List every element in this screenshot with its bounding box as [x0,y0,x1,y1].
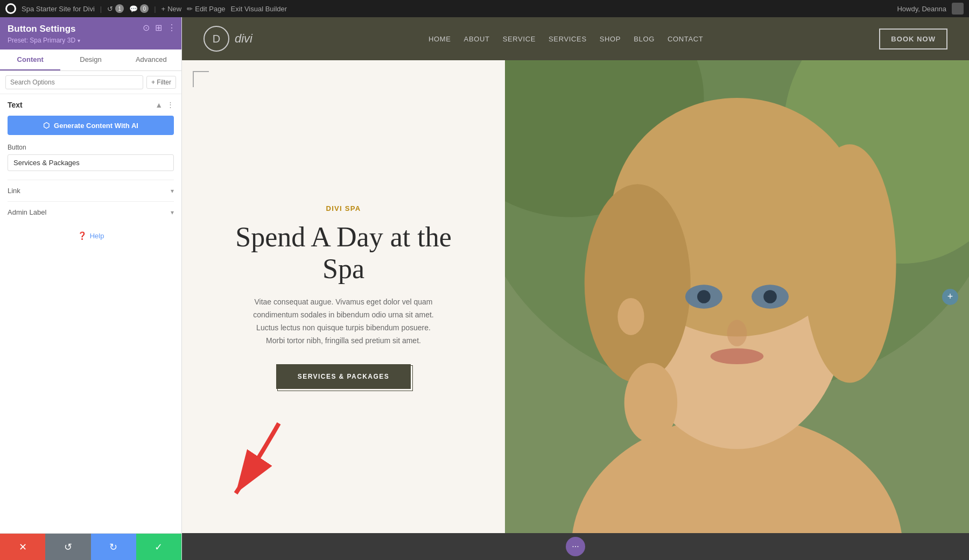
svg-point-16 [624,363,678,443]
hero-right: + [505,60,969,533]
text-section-more-icon[interactable]: ⋮ [167,101,174,109]
hero-left: DIVI SPA Spend A Day at the Spa Vitae co… [182,60,505,533]
howdy-text: Howdy, Deanna [897,5,946,13]
nav-blog[interactable]: BLOG [634,35,655,43]
nav-services[interactable]: SERVICES [549,35,587,43]
hero-image-svg [505,60,969,533]
svg-point-7 [585,184,691,382]
hero-cta-button[interactable]: SERVICES & PACKAGES [276,364,411,389]
save-button[interactable]: ✓ [136,534,181,560]
site-nav: D divi HOME ABOUT SERVICE SERVICES SHOP … [182,17,969,60]
redo-icon: ↻ [109,541,117,553]
panel-preset[interactable]: Preset: Spa Primary 3D ▾ [8,37,174,44]
filter-button[interactable]: + Filter [146,76,176,89]
edit-page-button[interactable]: ✏ Edit Page [187,5,225,13]
svg-point-12 [697,290,711,303]
cancel-button[interactable]: ✕ [0,534,45,560]
help-label: Help [90,232,104,240]
panel-header-icons: ⊙ ⊞ ⋮ [143,23,176,33]
svg-point-14 [727,320,747,346]
generate-ai-button[interactable]: ⬡ Generate Content With AI [8,116,174,135]
wordpress-logo[interactable] [5,3,16,14]
nav-about[interactable]: ABOUT [464,35,490,43]
right-content: D divi HOME ABOUT SERVICE SERVICES SHOP … [182,17,969,560]
tab-content[interactable]: Content [0,49,60,70]
nav-home[interactable]: HOME [429,35,451,43]
search-input[interactable] [5,75,143,89]
revision-icon: ↺ [107,5,113,13]
text-section-title: Text [8,101,23,109]
logo-circle: D [203,26,229,52]
main-layout: Button Settings Preset: Spa Primary 3D ▾… [0,17,969,560]
add-section-button[interactable]: + [942,289,958,305]
svg-point-8 [803,144,896,382]
comments-btn[interactable]: 💬 0 [129,4,149,13]
tab-design[interactable]: Design [60,49,121,70]
panel-body: Text ▲ ⋮ ⬡ Generate Content With AI Butt… [0,94,181,533]
hero-image [505,60,969,533]
nav-menu: HOME ABOUT SERVICE SERVICES SHOP BLOG CO… [429,35,703,43]
corner-bracket-decoration [193,71,209,87]
svg-point-13 [763,290,777,303]
button-text-input[interactable] [8,154,174,171]
panel-header: Button Settings Preset: Spa Primary 3D ▾… [0,17,181,49]
hero-body-text: Vitae consequat augue. Vivamus eget dolo… [247,296,440,347]
comment-icon: 💬 [129,5,138,13]
logo-text: divi [235,32,252,46]
collapse-text-icon[interactable]: ▲ [155,101,163,109]
revisions-btn[interactable]: ↺ 1 [107,4,124,13]
logo-letter: D [213,33,220,45]
link-section-title: Link [8,187,20,195]
ai-icon: ⬡ [43,121,50,130]
site-footer-bar: ··· [182,533,969,560]
svg-point-9 [617,298,644,335]
revisions-count: 1 [115,4,124,13]
help-icon: ❓ [78,231,87,240]
help-row[interactable]: ❓ Help [8,223,174,249]
focus-icon[interactable]: ⊙ [143,23,150,33]
left-panel: Button Settings Preset: Spa Primary 3D ▾… [0,17,182,560]
nav-logo[interactable]: D divi [203,26,252,52]
admin-label-section: Admin Label ▾ [8,201,174,223]
site-name[interactable]: Spa Starter Site for Divi [22,5,95,13]
admin-bar-right: Howdy, Deanna [897,3,964,15]
redo-button[interactable]: ↻ [91,534,136,560]
hero-section: DIVI SPA Spend A Day at the Spa Vitae co… [182,60,969,533]
search-row: + Filter [0,71,181,94]
panel-tabs: Content Design Advanced [0,49,181,71]
admin-bar: Spa Starter Site for Divi | ↺ 1 💬 0 | + … [0,0,969,17]
button-field-label: Button [8,144,174,151]
undo-icon: ↺ [64,541,72,553]
nav-contact[interactable]: CONTACT [668,35,703,43]
hero-subtitle: DIVI SPA [326,204,361,212]
text-section-header: Text ▲ ⋮ [8,101,174,109]
pencil-icon: ✏ [187,5,193,13]
link-chevron-icon: ▾ [171,187,174,195]
tab-advanced[interactable]: Advanced [121,49,181,70]
preset-chevron-icon: ▾ [78,38,80,44]
new-button[interactable]: + New [162,5,182,13]
user-avatar [952,3,964,15]
admin-label-title: Admin Label [8,208,46,216]
link-section: Link ▾ [8,180,174,201]
layout-icon[interactable]: ⊞ [155,23,162,33]
exit-visual-builder-button[interactable]: Exit Visual Builder [231,5,287,13]
bottom-action-bar: ✕ ↺ ↻ ✓ [0,533,181,560]
admin-bar-left: Spa Starter Site for Divi | ↺ 1 💬 0 | + … [5,3,890,14]
admin-label-chevron-icon: ▾ [171,209,174,216]
link-section-header[interactable]: Link ▾ [8,187,174,195]
more-icon[interactable]: ⋮ [167,23,176,33]
nav-service[interactable]: SERVICE [503,35,536,43]
admin-label-section-header[interactable]: Admin Label ▾ [8,208,174,216]
plus-icon: + [162,5,166,13]
book-now-button[interactable]: BOOK NOW [879,29,947,49]
separator: | [100,5,102,13]
comments-count: 0 [140,4,149,13]
separator2: | [154,5,156,13]
section-header-icons: ▲ ⋮ [155,101,174,109]
save-icon: ✓ [155,541,163,553]
more-options-button[interactable]: ··· [566,537,585,556]
nav-shop[interactable]: SHOP [600,35,621,43]
undo-button[interactable]: ↺ [45,534,90,560]
hero-title: Spend A Day at the Spa [214,221,473,286]
